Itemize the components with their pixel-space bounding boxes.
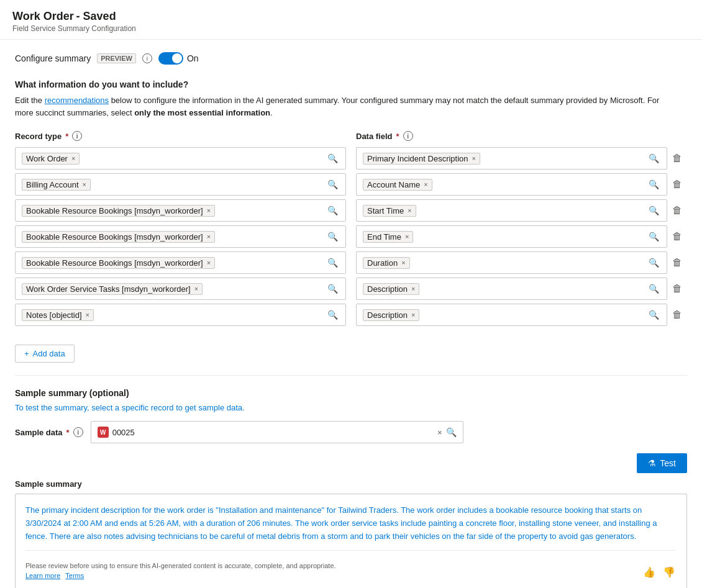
record-type-search-1[interactable]: 🔍 xyxy=(326,153,339,163)
data-field-delete-6[interactable]: 🗑 xyxy=(667,279,687,298)
data-field-row-2: Account Name × 🔍 🗑 xyxy=(356,173,687,196)
data-field-input-2[interactable]: Account Name × 🔍 xyxy=(356,173,667,196)
toggle-on-label: On xyxy=(187,53,199,63)
sample-data-info-icon[interactable]: i xyxy=(73,427,83,437)
data-field-tag-5-remove[interactable]: × xyxy=(401,259,405,266)
add-data-button[interactable]: + Add data xyxy=(15,345,75,363)
sample-data-clear-icon[interactable]: × xyxy=(437,428,442,437)
record-type-input-4[interactable]: Bookable Resource Bookings [msdyn_workor… xyxy=(15,225,346,248)
data-field-search-6[interactable]: 🔍 xyxy=(647,284,660,294)
sample-summary-label: Sample summary xyxy=(15,479,687,489)
test-flask-icon: ⚗ xyxy=(648,458,656,468)
test-button[interactable]: ⚗ Test xyxy=(637,453,687,473)
data-field-row-4: End Time × 🔍 🗑 xyxy=(356,225,687,248)
data-field-search-5[interactable]: 🔍 xyxy=(647,258,660,268)
record-type-tag-4: Bookable Resource Bookings [msdyn_workor… xyxy=(22,231,215,243)
record-type-info-icon[interactable]: i xyxy=(72,131,82,141)
test-button-label: Test xyxy=(660,458,676,468)
sample-data-input[interactable]: W 00025 × 🔍 xyxy=(91,421,463,443)
data-field-delete-5[interactable]: 🗑 xyxy=(667,253,687,272)
data-field-tag-4: End Time × xyxy=(363,231,413,243)
sample-data-required: * xyxy=(66,428,70,437)
data-field-tag-7-remove[interactable]: × xyxy=(411,311,415,319)
sample-data-value: 00025 xyxy=(112,428,434,437)
thumbs-up-button[interactable]: 👍 xyxy=(642,565,657,579)
data-field-tag-5: Duration × xyxy=(363,257,410,269)
configure-label: Configure summary xyxy=(15,53,91,63)
record-type-required: * xyxy=(65,132,68,141)
data-field-tag-1: Primary Incident Description × xyxy=(363,153,480,165)
record-type-input-2[interactable]: Billing Account × 🔍 xyxy=(15,173,346,196)
preview-badge: PREVIEW xyxy=(97,53,136,63)
page-title: Work Order xyxy=(12,10,74,22)
data-field-delete-1[interactable]: 🗑 xyxy=(667,149,687,168)
record-type-search-3[interactable]: 🔍 xyxy=(326,206,339,215)
record-type-tag-2: Billing Account × xyxy=(22,179,91,191)
record-type-tag-5-remove[interactable]: × xyxy=(207,259,211,266)
data-field-tag-2-remove[interactable]: × xyxy=(424,181,427,188)
record-type-tag-7: Notes [objectid] × xyxy=(22,309,94,321)
record-type-input-1[interactable]: Work Order × 🔍 xyxy=(15,147,346,170)
data-field-tag-3: Start Time × xyxy=(363,205,416,217)
learn-more-link[interactable]: Learn more xyxy=(25,572,60,579)
data-field-label: Data field xyxy=(356,132,393,141)
record-type-input-7[interactable]: Notes [objectid] × 🔍 xyxy=(15,304,346,326)
record-type-tag-5: Bookable Resource Bookings [msdyn_workor… xyxy=(22,257,215,269)
data-field-input-1[interactable]: Primary Incident Description × 🔍 xyxy=(356,147,667,170)
data-field-search-4[interactable]: 🔍 xyxy=(647,232,660,242)
record-type-input-5[interactable]: Bookable Resource Bookings [msdyn_workor… xyxy=(15,251,346,274)
add-data-label: Add data xyxy=(33,349,65,358)
data-field-input-5[interactable]: Duration × 🔍 xyxy=(356,251,667,274)
record-type-input-3[interactable]: Bookable Resource Bookings [msdyn_workor… xyxy=(15,199,346,222)
data-field-tag-4-remove[interactable]: × xyxy=(405,233,409,240)
terms-link[interactable]: Terms xyxy=(65,572,84,579)
record-type-search-6[interactable]: 🔍 xyxy=(326,284,339,294)
data-field-delete-4[interactable]: 🗑 xyxy=(667,227,687,246)
record-type-tag-1-remove[interactable]: × xyxy=(71,155,75,162)
data-field-search-1[interactable]: 🔍 xyxy=(647,153,660,163)
data-field-tag-3-remove[interactable]: × xyxy=(408,207,411,214)
data-field-row-5: Duration × 🔍 🗑 xyxy=(356,251,687,274)
record-type-input-6[interactable]: Work Order Service Tasks [msdyn_workorde… xyxy=(15,278,346,300)
record-type-search-5[interactable]: 🔍 xyxy=(326,258,339,268)
record-type-tag-6-remove[interactable]: × xyxy=(194,285,198,292)
record-type-row-3: Bookable Resource Bookings [msdyn_workor… xyxy=(15,199,346,222)
data-field-tag-1-remove[interactable]: × xyxy=(472,155,476,162)
data-field-tag-7: Description × xyxy=(363,309,419,321)
data-field-delete-7[interactable]: 🗑 xyxy=(667,305,687,324)
record-type-row-5: Bookable Resource Bookings [msdyn_workor… xyxy=(15,251,346,274)
record-type-search-4[interactable]: 🔍 xyxy=(326,232,339,242)
sample-data-record-icon: W xyxy=(98,427,109,438)
record-type-tag-3-remove[interactable]: × xyxy=(207,207,211,214)
record-type-row-7: Notes [objectid] × 🔍 xyxy=(15,304,346,326)
data-field-search-2[interactable]: 🔍 xyxy=(647,179,660,189)
data-field-tag-6: Description × xyxy=(363,283,419,295)
record-type-tag-2-remove[interactable]: × xyxy=(83,181,86,188)
data-field-delete-2[interactable]: 🗑 xyxy=(667,175,687,194)
sample-data-search-icon[interactable]: 🔍 xyxy=(446,427,457,437)
saved-status: - Saved xyxy=(76,10,116,22)
record-type-search-2[interactable]: 🔍 xyxy=(326,179,339,189)
data-field-delete-3[interactable]: 🗑 xyxy=(667,201,687,220)
record-type-tag-7-remove[interactable]: × xyxy=(86,311,89,319)
recommendations-link[interactable]: recommendations xyxy=(45,96,109,105)
data-field-tag-6-remove[interactable]: × xyxy=(411,285,415,292)
record-type-tag-4-remove[interactable]: × xyxy=(207,233,211,240)
data-field-input-4[interactable]: End Time × 🔍 xyxy=(356,225,667,248)
summary-toggle[interactable] xyxy=(158,52,183,65)
data-field-search-3[interactable]: 🔍 xyxy=(647,206,660,215)
data-field-input-7[interactable]: Description × 🔍 xyxy=(356,304,667,326)
configure-description: Edit the recommendations below to config… xyxy=(15,94,673,119)
data-field-input-6[interactable]: Description × 🔍 xyxy=(356,278,667,300)
configure-info-icon[interactable]: i xyxy=(142,53,152,63)
data-field-tag-2: Account Name × xyxy=(363,179,432,191)
data-field-row-7: Description × 🔍 🗑 xyxy=(356,304,687,326)
data-field-input-3[interactable]: Start Time × 🔍 xyxy=(356,199,667,222)
thumbs-down-button[interactable]: 👎 xyxy=(662,565,677,579)
what-info-heading: What information do you want to include? xyxy=(15,79,687,89)
data-field-info-icon[interactable]: i xyxy=(403,131,413,141)
record-type-row-6: Work Order Service Tasks [msdyn_workorde… xyxy=(15,278,346,300)
data-field-search-7[interactable]: 🔍 xyxy=(647,310,660,320)
sample-data-label-text: Sample data xyxy=(15,428,63,437)
record-type-search-7[interactable]: 🔍 xyxy=(326,310,339,320)
